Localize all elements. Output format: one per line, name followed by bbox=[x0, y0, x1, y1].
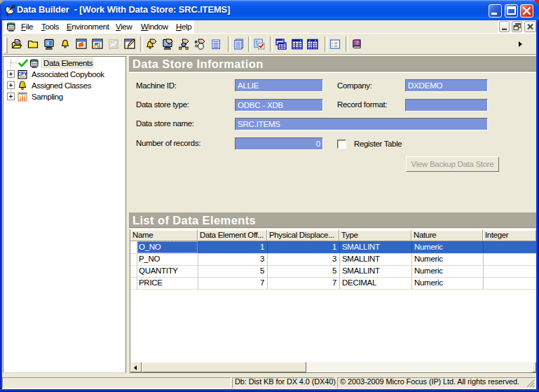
svg-text:R: R bbox=[95, 42, 97, 46]
svg-text:CPY: CPY bbox=[18, 72, 27, 76]
svg-text:?: ? bbox=[355, 39, 358, 46]
